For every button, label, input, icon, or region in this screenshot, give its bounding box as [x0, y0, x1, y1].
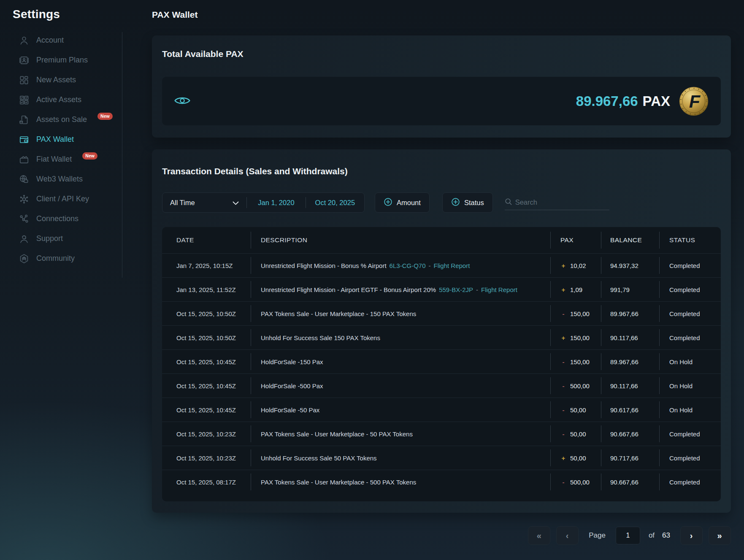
cell-balance: 90.117,66: [601, 326, 659, 349]
community-icon: [19, 253, 30, 264]
main-content: PAX Wallet Total Available PAX 89.967,66…: [122, 0, 744, 560]
sidebar-item-label: Client / API Key: [36, 195, 89, 203]
settings-title: Settings: [13, 8, 122, 21]
total-available-pax-card: Total Available PAX 89.967,66 PAX: [152, 35, 731, 138]
cell-description: HoldForSale -500 Pax: [251, 374, 550, 398]
sidebar-divider: [122, 32, 122, 278]
sidebar-item-account[interactable]: Account: [13, 30, 122, 50]
amount-value: 50,00: [570, 406, 586, 414]
first-page-button[interactable]: «: [528, 526, 550, 545]
amount-filter-label: Amount: [397, 199, 421, 207]
header-date: DATE: [162, 227, 251, 253]
amount-sign: -: [560, 310, 566, 317]
sidebar-item-community[interactable]: Community: [13, 249, 122, 268]
cell-date: Oct 15, 2025, 10:23Z: [162, 446, 251, 470]
flight-report-link[interactable]: Flight Report: [481, 286, 517, 293]
last-page-button[interactable]: »: [709, 526, 731, 545]
amount-sign: +: [560, 286, 566, 293]
cell-date: Oct 15, 2025, 10:45Z: [162, 398, 251, 422]
amount-value: 10,02: [570, 262, 586, 269]
cell-description: Unrestricted Flight Mission - Airport EG…: [251, 278, 550, 301]
prev-page-button[interactable]: ‹: [556, 526, 579, 545]
cell-date: Oct 15, 2025, 10:50Z: [162, 302, 251, 325]
page-number-input[interactable]: [616, 527, 640, 544]
flight-report-link[interactable]: Flight Report: [433, 262, 470, 269]
sidebar-item-new-assets[interactable]: New Assets: [13, 70, 122, 90]
toggle-balance-visibility-button[interactable]: [174, 95, 191, 108]
api-hub-icon: [19, 194, 30, 205]
search-box: [505, 195, 609, 210]
table-row: Jan 7, 2025, 10:15Z Unrestricted Flight …: [162, 253, 721, 277]
eye-icon: [174, 95, 191, 108]
cell-balance: 90.667,66: [601, 470, 659, 494]
transaction-details-card: Transaction Details (Sales and Withdrawa…: [152, 149, 731, 513]
amount-value: 500,00: [570, 479, 590, 486]
amount-value: 50,00: [570, 430, 586, 438]
next-page-button[interactable]: ›: [680, 526, 703, 545]
amount-value: 150,00: [570, 310, 590, 317]
new-badge: New: [97, 113, 113, 120]
date-from-field[interactable]: Jan 1, 2020: [247, 193, 305, 212]
link-separator: -: [428, 262, 430, 269]
pax-coin-icon: F: [679, 86, 709, 116]
cell-status: On Hold: [659, 374, 721, 398]
search-icon: [505, 198, 512, 207]
table-row: Jan 13, 2025, 11:52Z Unrestricted Flight…: [162, 277, 721, 301]
sidebar-item-label: Connections: [36, 214, 78, 223]
sidebar-item-label: Community: [36, 254, 75, 263]
total-pages: 63: [662, 531, 670, 540]
balance-currency: PAX: [643, 93, 670, 109]
sidebar-item-label: Account: [36, 36, 64, 45]
cell-pax: + 150,00: [550, 326, 601, 349]
cell-date: Jan 13, 2025, 11:52Z: [162, 278, 251, 301]
table-row: Oct 15, 2025, 08:17Z PAX Tokens Sale - U…: [162, 470, 721, 494]
cell-status: Completed: [659, 422, 721, 446]
amount-value: 1,09: [570, 286, 582, 293]
sidebar-item-active-assets[interactable]: Active Assets: [13, 90, 122, 110]
amount-filter-button[interactable]: Amount: [375, 192, 430, 213]
cell-status: Completed: [659, 302, 721, 325]
cell-pax: + 10,02: [550, 254, 601, 277]
cell-description: PAX Tokens Sale - User Marketplace - 50 …: [251, 422, 550, 446]
date-range-group: All Time Jan 1, 2020 Oct 20, 2025: [162, 192, 365, 213]
sidebar-item-web3-wallets[interactable]: Web3 Wallets: [13, 169, 122, 189]
sidebar-item-support[interactable]: Support: [13, 229, 122, 249]
sidebar-item-label: Premium Plans: [36, 56, 88, 65]
total-balance: 89.967,66 PAX: [576, 86, 709, 116]
sidebar-item-pax-wallet[interactable]: PAX Wallet: [13, 130, 122, 149]
cell-status: Completed: [659, 326, 721, 349]
filters-bar: All Time Jan 1, 2020 Oct 20, 2025 Amount: [162, 192, 721, 213]
cell-pax: - 50,00: [550, 398, 601, 422]
cell-pax: - 500,00: [550, 374, 601, 398]
mission-code-link[interactable]: 559-BX-2JP: [439, 286, 473, 293]
cell-pax: - 50,00: [550, 422, 601, 446]
cell-balance: 90.617,66: [601, 398, 659, 422]
checkboxes-icon: [19, 95, 30, 106]
table-row: Oct 15, 2025, 10:23Z PAX Tokens Sale - U…: [162, 422, 721, 446]
sidebar-item-client-api-key[interactable]: Client / API Key: [13, 189, 122, 209]
sidebar-item-connections[interactable]: Connections: [13, 209, 122, 229]
mission-code-link[interactable]: 6L3-CG-Q70: [390, 262, 426, 269]
time-range-select[interactable]: All Time: [162, 193, 246, 212]
table-row: Oct 15, 2025, 10:45Z HoldForSale -150 Pa…: [162, 349, 721, 373]
status-filter-label: Status: [464, 199, 484, 207]
cell-status: On Hold: [659, 398, 721, 422]
pagination: « ‹ Page of 63 › »: [152, 526, 731, 545]
cell-balance: 90.117,66: [601, 374, 659, 398]
amount-sign: +: [560, 334, 566, 341]
globe-card-icon: [19, 174, 30, 185]
settings-sidebar: Settings Account Premium Plans New Asset…: [0, 0, 122, 560]
sidebar-item-assets-on-sale[interactable]: Assets on Sale New: [13, 110, 122, 130]
table-row: Oct 15, 2025, 10:45Z HoldForSale -500 Pa…: [162, 373, 721, 398]
fiat-wallet-icon: [19, 154, 30, 165]
search-input[interactable]: [515, 198, 600, 206]
amount-sign: -: [560, 358, 566, 365]
sidebar-item-label: PAX Wallet: [36, 135, 74, 144]
date-to-field[interactable]: Oct 20, 2025: [306, 193, 364, 212]
sidebar-item-fiat-wallet[interactable]: Fiat Wallet New: [13, 149, 122, 169]
amount-value: 150,00: [570, 358, 590, 365]
status-filter-button[interactable]: Status: [442, 192, 493, 213]
sidebar-item-premium-plans[interactable]: Premium Plans: [13, 50, 122, 70]
cell-description: HoldForSale -50 Pax: [251, 398, 550, 422]
document-coins-icon: [19, 114, 30, 125]
